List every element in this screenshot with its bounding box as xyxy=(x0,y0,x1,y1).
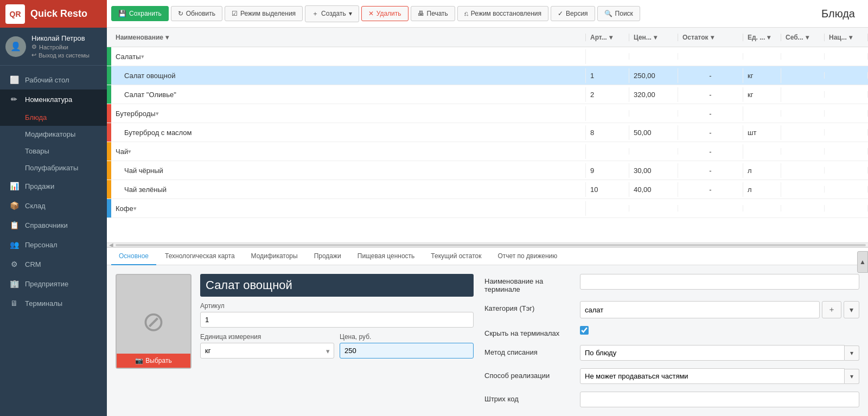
sidebar-item-warehouse[interactable]: 📦 Склад xyxy=(0,196,107,215)
sidebar-item-label-terminals: Терминалы xyxy=(25,299,62,308)
version-icon: ✓ xyxy=(558,10,563,17)
table-row[interactable]: Чай чёрный930,00-л xyxy=(107,161,868,180)
table-row[interactable]: Бутерброд с маслом850,00-шт xyxy=(107,123,868,142)
version-button[interactable]: ✓ Версия xyxy=(551,6,595,21)
sidebar-item-nomenclature[interactable]: ✏ Номенклатура xyxy=(0,89,107,109)
sidebar-item-label-desktop: Рабочий стол xyxy=(25,76,69,84)
article-input[interactable] xyxy=(200,312,474,328)
search-button[interactable]: 🔍 Поиск xyxy=(597,6,640,21)
cell-cost xyxy=(781,72,825,79)
terminal-name-input[interactable] xyxy=(580,274,859,290)
cell-article: 9 xyxy=(586,163,629,178)
sidebar-item-personnel[interactable]: 👥 Персонал xyxy=(0,235,107,254)
sidebar-item-sales[interactable]: 📊 Продажи xyxy=(0,176,107,196)
sidebar-item-desktop[interactable]: ⬜ Рабочий стол xyxy=(0,70,107,89)
sidebar-item-label-crm: CRM xyxy=(25,260,41,268)
logout-link[interactable]: ↩ Выход из системы xyxy=(31,52,90,59)
col-header-remain[interactable]: Остаток ▾ xyxy=(678,34,743,41)
toolbar: 💾 Сохранить ↻ Обновить ☑ Режим выделения… xyxy=(107,0,868,28)
sidebar: QR Quick Resto 👤 Николай Петров ⚙ Настро… xyxy=(0,0,107,416)
delete-button[interactable]: ✕ Удалить xyxy=(361,6,409,21)
hide-terminals-checkbox[interactable] xyxy=(580,326,589,335)
sidebar-nav: ⬜ Рабочий стол ✏ Номенклатура Блюда Моди… xyxy=(0,66,107,416)
settings-link[interactable]: ⚙ Настройки xyxy=(31,43,90,50)
tab-modifiers[interactable]: Модификаторы xyxy=(244,248,305,265)
sidebar-sub-item-semifinished[interactable]: Полуфабрикаты xyxy=(0,159,107,176)
personnel-icon: 👥 xyxy=(9,240,20,249)
barcode-input[interactable] xyxy=(580,392,859,407)
sale-method-dropdown-btn[interactable]: ▾ xyxy=(845,369,859,384)
sale-method-dropdown: Не может продаваться частями ▾ xyxy=(580,368,859,384)
category-dropdown-button[interactable]: ▾ xyxy=(844,301,859,318)
selection-mode-button[interactable]: ☑ Режим выделения xyxy=(225,6,303,21)
cell-cost xyxy=(781,148,825,155)
tab-main[interactable]: Основное xyxy=(111,248,156,265)
cell-remain: - xyxy=(678,163,743,178)
col-header-cost[interactable]: Себ... ▾ xyxy=(781,34,825,41)
cell-remain: - xyxy=(678,125,743,140)
table-row[interactable]: Кофе ▾ xyxy=(107,199,868,218)
category-input[interactable] xyxy=(580,301,820,318)
restore-mode-button[interactable]: ⎌ Режим восстановления xyxy=(457,6,548,21)
cell-unit xyxy=(743,53,781,60)
sidebar-sub-item-modifiers[interactable]: Модификаторы xyxy=(0,126,107,143)
sidebar-sub-item-goods[interactable]: Товары xyxy=(0,143,107,159)
col-header-national[interactable]: Нац... ▾ xyxy=(825,34,868,41)
cell-unit xyxy=(743,148,781,155)
tab-current_stock[interactable]: Текущий остаток xyxy=(423,248,489,265)
table-area: Наименование ▾ Арт... ▾ Цен... ▾ Остаток… xyxy=(107,28,868,247)
cell-nat xyxy=(825,129,868,136)
sale-method-field: Не может продаваться частями ▾ xyxy=(580,368,859,384)
col-header-article[interactable]: Арт... ▾ xyxy=(586,34,629,41)
print-label: Печать xyxy=(427,10,448,17)
cell-unit: кг xyxy=(743,87,781,102)
tab-nutrition[interactable]: Пищевая ценность xyxy=(350,248,423,265)
cell-article: 2 xyxy=(586,87,629,102)
price-input[interactable] xyxy=(340,343,474,359)
sidebar-item-references[interactable]: 📋 Справочники xyxy=(0,215,107,235)
write-off-field: По блюду ▾ xyxy=(580,345,859,361)
cell-nat xyxy=(825,53,868,60)
user-links: ⚙ Настройки ↩ Выход из системы xyxy=(31,43,90,59)
sidebar-item-terminals[interactable]: 🖥 Терминалы xyxy=(0,293,107,313)
table-row[interactable]: Салат "Оливье"2320,00-кг xyxy=(107,85,868,104)
write-off-select[interactable]: По блюду xyxy=(580,345,845,361)
table-row[interactable]: Салаты ▾ xyxy=(107,47,868,66)
unit-select[interactable]: кг шт л xyxy=(200,343,334,359)
refresh-button[interactable]: ↻ Обновить xyxy=(171,6,222,21)
write-off-dropdown-btn[interactable]: ▾ xyxy=(845,345,859,361)
create-button[interactable]: ＋ Создать ▾ xyxy=(305,5,359,22)
sale-method-select[interactable]: Не может продаваться частями xyxy=(580,368,845,384)
product-image: ⊘ 📷 Выбрать xyxy=(116,274,192,369)
col-header-unit[interactable]: Ед. ... ▾ xyxy=(743,34,781,41)
cell-cost xyxy=(781,91,825,98)
hide-terminals-label: Скрыть на терминалах xyxy=(484,326,571,337)
col-header-name[interactable]: Наименование ▾ xyxy=(111,34,586,41)
sidebar-sub-item-dishes[interactable]: Блюда xyxy=(0,109,107,126)
tab-tech_card[interactable]: Технологическая карта xyxy=(157,248,242,265)
product-name-input[interactable] xyxy=(200,274,474,297)
sidebar-item-enterprise[interactable]: 🏢 Предприятие xyxy=(0,274,107,293)
col-header-price[interactable]: Цен... ▾ xyxy=(629,34,678,41)
print-button[interactable]: 🖶 Печать xyxy=(411,6,455,21)
table-row[interactable]: Чай зелёный1040,00-л xyxy=(107,180,868,199)
cell-article: 10 xyxy=(586,182,629,197)
sort-icon-art: ▾ xyxy=(609,34,612,41)
sidebar-item-crm[interactable]: ⚙ CRM xyxy=(0,254,107,274)
image-placeholder-icon: ⊘ xyxy=(142,306,165,337)
table-row[interactable]: Салат овощной1250,00-кг xyxy=(107,66,868,85)
select-image-button[interactable]: 📷 Выбрать xyxy=(117,354,190,368)
sidebar-item-label-references: Справочники xyxy=(25,221,68,229)
cell-nat xyxy=(825,205,868,212)
cell-unit xyxy=(743,110,781,117)
tab-movement_report[interactable]: Отчет по движению xyxy=(490,248,565,265)
bottom-panel-wrapper: ОсновноеТехнологическая картаМодификатор… xyxy=(107,247,868,416)
category-add-button[interactable]: ＋ xyxy=(822,301,841,318)
tab-sales[interactable]: Продажи xyxy=(307,248,349,265)
panel-collapse-button[interactable]: ▲ xyxy=(857,251,868,273)
price-label: Цена, руб. xyxy=(340,333,474,341)
save-button[interactable]: 💾 Сохранить xyxy=(111,6,169,21)
table-row[interactable]: Бутерброды ▾- xyxy=(107,104,868,123)
user-info: Николай Петров ⚙ Настройки ↩ Выход из си… xyxy=(31,34,90,59)
table-row[interactable]: Чай ▾- xyxy=(107,142,868,161)
